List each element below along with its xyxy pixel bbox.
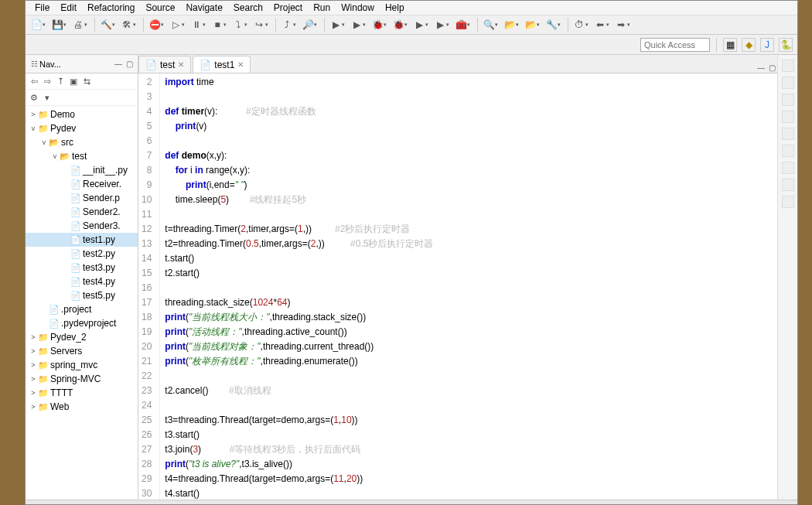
toolbar-icon[interactable]: 🐞	[371, 19, 384, 31]
up-icon[interactable]: ⤒	[55, 76, 66, 87]
twisty-icon[interactable]: >	[29, 111, 38, 118]
toolbar-icon[interactable]: ▷	[169, 19, 182, 31]
toolbar-icon[interactable]: 🧰	[455, 19, 467, 31]
toolbar-icon[interactable]: 🔨	[100, 19, 112, 31]
code-line[interactable]	[165, 207, 773, 222]
twisty-icon[interactable]: >	[29, 375, 38, 383]
outline-slot-icon[interactable]	[782, 60, 794, 72]
code-line[interactable]: time.sleep(5) #线程挂起5秒	[165, 193, 773, 207]
collapse-icon[interactable]: ▣	[68, 76, 79, 87]
toolbar-icon[interactable]: ▶	[434, 19, 446, 31]
menu-refactoring[interactable]: Refactoring	[87, 2, 135, 13]
toolbar-icon[interactable]: 📂	[503, 19, 516, 31]
twisty-icon[interactable]: >	[29, 347, 38, 355]
slot-icon[interactable]	[782, 94, 794, 106]
bottom-sash[interactable]	[26, 500, 797, 504]
tree-item[interactable]: >📁spring_mvc	[26, 358, 138, 372]
dropdown-icon[interactable]: ▾	[558, 19, 563, 31]
quick-access-input[interactable]	[640, 38, 710, 52]
toolbar-icon[interactable]: ⛔	[148, 19, 161, 31]
code-line[interactable]: print(i,end=" ")	[165, 178, 773, 193]
menu-project[interactable]: Project	[274, 2, 302, 13]
code-area[interactable]: import time def timer(v): #定时器线程函数 print…	[160, 73, 777, 500]
dropdown-icon[interactable]: ▾	[112, 19, 118, 31]
toolbar-icon[interactable]: ↪	[253, 19, 265, 31]
tree-item[interactable]: 📄.project	[26, 302, 138, 316]
dropdown-icon[interactable]: ▾	[63, 19, 69, 31]
code-line[interactable]	[165, 398, 773, 413]
tree-item[interactable]: 📄__init__.py	[26, 163, 138, 177]
slot-icon[interactable]	[782, 145, 794, 157]
slot-icon[interactable]	[782, 179, 794, 191]
toolbar-icon[interactable]: ⏸	[190, 19, 203, 31]
code-line[interactable]	[165, 281, 773, 295]
toolbar-icon[interactable]: ▶	[350, 19, 363, 31]
toolbar-icon[interactable]: 🔎	[302, 19, 314, 31]
code-line[interactable]: print("活动线程：",threading.active_count())	[165, 325, 773, 340]
dropdown-icon[interactable]: ▾	[342, 19, 347, 31]
code-line[interactable]: t=threading.Timer(2,timer,args=(1,)) #2秒…	[165, 222, 773, 237]
code-line[interactable]: t4=threading.Thread(target=demo,args=(11…	[165, 472, 773, 486]
toolbar-icon[interactable]: 🖨	[72, 19, 84, 31]
toolbar-icon[interactable]: 🛠	[121, 19, 133, 31]
toolbar-icon[interactable]: 💾	[51, 19, 63, 31]
code-line[interactable]: t3.join(3) #等待线程3秒后，执行后面代码	[165, 442, 773, 457]
project-tree[interactable]: >📁Demov📁Pydevv📂srcv📂test📄__init__.py📄Rec…	[26, 106, 138, 500]
tree-item[interactable]: v📂src	[26, 135, 138, 149]
dropdown-icon[interactable]: ▾	[467, 19, 473, 31]
dropdown-icon[interactable]: ▾	[133, 19, 138, 31]
tree-item[interactable]: >📁Servers	[26, 344, 138, 358]
tree-item[interactable]: 📄test4.py	[26, 275, 138, 288]
twisty-icon[interactable]: v	[50, 152, 60, 160]
dropdown-icon[interactable]: ▾	[516, 19, 521, 31]
forward-icon[interactable]: ⇨	[42, 76, 53, 87]
dropdown-icon[interactable]: ▾	[203, 19, 208, 31]
dropdown-icon[interactable]: ▾	[425, 19, 431, 31]
python-perspective-icon[interactable]: 🐍	[779, 38, 793, 52]
slot-icon[interactable]	[782, 128, 794, 140]
tree-item[interactable]: v📂test	[26, 149, 138, 163]
code-line[interactable]: print("当前线程栈大小：",threading.stack_size())	[165, 310, 773, 325]
tree-item[interactable]: >📁Spring-MVC	[26, 372, 138, 386]
dropdown-icon[interactable]: ▾	[606, 19, 612, 31]
menu-help[interactable]: Help	[385, 2, 404, 13]
toolbar-icon[interactable]: ▶	[329, 19, 342, 31]
twisty-icon[interactable]: v	[29, 125, 38, 132]
back-icon[interactable]: ⇦	[29, 76, 39, 87]
maximize-icon[interactable]: ▢	[124, 59, 135, 70]
tree-item[interactable]: >📁Web	[26, 400, 138, 414]
editor-tab[interactable]: 📄test✕	[138, 56, 191, 73]
dropdown-icon[interactable]: ▾	[495, 19, 500, 31]
code-line[interactable]	[165, 369, 773, 384]
slot-icon[interactable]	[782, 162, 794, 174]
toolbar-icon[interactable]: ⤴	[281, 19, 293, 31]
close-icon[interactable]: ✕	[178, 60, 184, 69]
open-perspective-button[interactable]: ▦	[723, 38, 737, 52]
dropdown-icon[interactable]: ▾	[84, 19, 90, 31]
dropdown-icon[interactable]: ▾	[223, 19, 229, 31]
twisty-icon[interactable]: v	[39, 138, 49, 146]
tree-item[interactable]: 📄test5.py	[26, 288, 138, 302]
toolbar-icon[interactable]: 🐞	[392, 19, 404, 31]
dropdown-icon[interactable]: ▾	[182, 19, 187, 31]
dropdown-icon[interactable]: ▾	[293, 19, 299, 31]
code-line[interactable]: import time	[165, 75, 773, 90]
slot-icon[interactable]	[782, 77, 794, 89]
code-line[interactable]: t3=threading.Thread(target=demo,args=(1,…	[165, 413, 773, 428]
tree-item[interactable]: >📁Pydev_2	[26, 330, 138, 344]
menu-icon[interactable]: ▾	[42, 92, 53, 103]
dropdown-icon[interactable]: ▾	[384, 19, 389, 31]
tree-item[interactable]: v📁Pydev	[26, 121, 138, 135]
dropdown-icon[interactable]: ▾	[244, 19, 250, 31]
tree-item[interactable]: 📄Sender3.	[26, 219, 138, 233]
java-perspective-icon[interactable]: J	[760, 38, 774, 52]
dropdown-icon[interactable]: ▾	[161, 19, 166, 31]
code-line[interactable]: print("t3 is alive?",t3.is_alive())	[165, 457, 773, 472]
menu-window[interactable]: Window	[341, 2, 374, 13]
close-icon[interactable]: ✕	[237, 60, 244, 69]
toolbar-icon[interactable]: ■	[211, 19, 223, 31]
code-line[interactable]: for i in range(x,y):	[165, 163, 773, 178]
toolbar-icon[interactable]: ➡	[615, 19, 627, 31]
toolbar-icon[interactable]: 📂	[524, 19, 537, 31]
code-line[interactable]: print("当前线程对象：",threading.current_thread…	[165, 340, 773, 354]
